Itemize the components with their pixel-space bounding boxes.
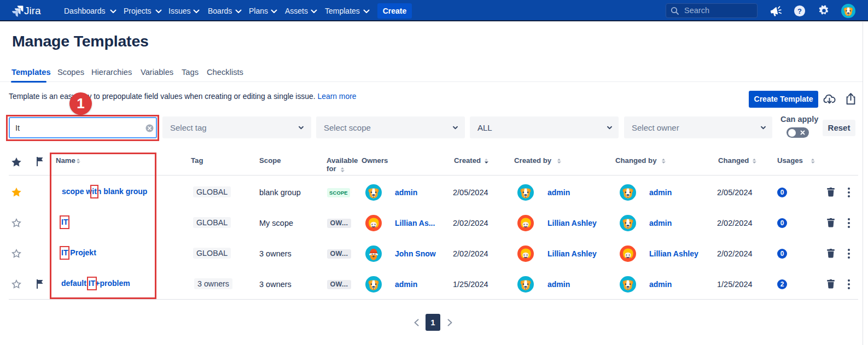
svg-text:?: ? — [797, 7, 802, 15]
